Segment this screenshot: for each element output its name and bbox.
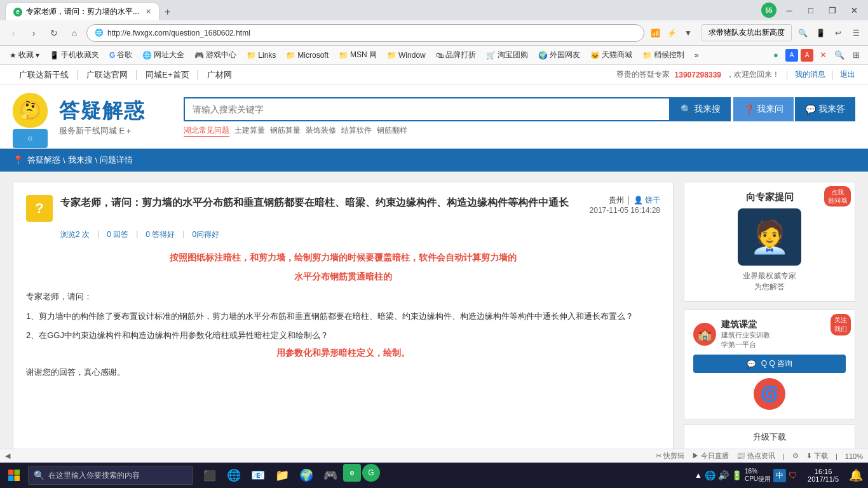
ask-btn[interactable]: ❓ 我来问 — [733, 97, 794, 121]
restore-btn[interactable]: ❐ — [824, 4, 841, 17]
forward-btn[interactable]: › — [25, 25, 42, 41]
logout-btn[interactable]: 退出 — [840, 69, 855, 80]
tray-network[interactable]: 🌐 — [705, 470, 715, 480]
nav-gld-official[interactable]: 广联达官网 — [80, 69, 134, 81]
browser-search-btn[interactable]: 求带猪队友坑出新高度 — [702, 24, 792, 41]
answer-btn[interactable]: 💬 我来答 — [795, 97, 855, 121]
hot-link-civil[interactable]: 土建算量 — [234, 125, 265, 137]
taskbar-app-gld[interactable]: G — [362, 464, 380, 482]
bookmark-more[interactable]: » — [690, 50, 703, 61]
address-bar: ‹ › ↻ ⌂ 🌐 http://e.fwxgx.com/question_16… — [0, 20, 868, 46]
new-tab-btn[interactable]: + — [159, 4, 175, 20]
qq-icon: 💬 — [747, 360, 756, 369]
bookmark-tmall[interactable]: 🐱天猫商城 — [586, 48, 637, 62]
mobile-icon: 📱 — [50, 51, 59, 60]
refresh-btn[interactable]: ↻ — [46, 25, 62, 41]
url-bar[interactable]: 🌐 http://e.fwxgx.com/question_1680602.ht… — [86, 24, 644, 42]
maximize-btn[interactable]: □ — [802, 4, 820, 17]
bookmark-google[interactable]: G 谷歌 — [105, 48, 137, 62]
bookmark-favorites[interactable]: ★ 收藏 ▾ — [5, 48, 44, 62]
quick-edit-icon[interactable]: ✂ 快剪辑 — [656, 451, 684, 461]
question-item-2: 2、在GGJ中约束边缘构件和构造边缘构件用参数化暗柱或异性暗柱定义和绘制么？ — [26, 328, 660, 342]
taskbar-app-green[interactable]: e — [343, 464, 361, 482]
ext-a2[interactable]: A — [801, 49, 813, 62]
taskbar-app-ie[interactable]: 🌍 — [295, 464, 318, 487]
hot-link-hubei[interactable]: 湖北常见问题 — [184, 125, 229, 137]
follow-btn[interactable]: 关注我们 — [831, 314, 851, 336]
bookmark-foreign[interactable]: 🌍外国网友 — [534, 48, 585, 62]
tray-battery[interactable]: 🔋 — [731, 470, 742, 480]
ime-indicator[interactable]: 中 — [773, 469, 786, 482]
nav-gld-new[interactable]: 广联达新干线 — [13, 69, 75, 81]
hot-link-deco[interactable]: 装饰装修 — [306, 125, 336, 137]
hot-news-icon[interactable]: 📰 热点资讯 — [736, 451, 775, 461]
menu-icon[interactable]: ☰ — [849, 26, 863, 40]
nav-gcai[interactable]: 广材网 — [201, 69, 238, 81]
search-submit-btn[interactable]: 🔍 我来搜 — [670, 97, 731, 121]
search-area: 🔍 我来搜 ❓ 我来问 💬 我来答 湖北常见问题 土建算量 钢筋算量 装饰装修 … — [184, 97, 855, 137]
bookmark-msn[interactable]: 📁MSN 网 — [334, 48, 381, 62]
ext-search[interactable]: 🔍 — [832, 48, 846, 62]
browser-search-icon[interactable]: 🔍 — [796, 26, 810, 40]
question-body: 专家老师，请问： 1、剪力墙中的构件除了要布置设计标准的钢筋外，剪力墙的水平分布… — [26, 289, 660, 342]
nav-tongcheng-home[interactable]: 同城E+首页 — [139, 69, 195, 81]
back-btn[interactable]: ‹ — [5, 25, 22, 41]
taskbar-app-explorer[interactable]: 📁 — [271, 464, 294, 487]
live-icon[interactable]: ▶ 今日直播 — [692, 451, 729, 461]
bookmark-mobile[interactable]: 📱 手机收藏夹 — [45, 48, 104, 62]
taskbar-app-mail[interactable]: 📧 — [247, 464, 269, 487]
site-nav-right: 尊贵的答疑专家 13907298339 ，欢迎您回来！ │ 我的消息 │ 退出 — [616, 69, 855, 80]
taskbar-app-game[interactable]: 🎮 — [319, 464, 342, 487]
download-icon[interactable]: ⬇ 下载 — [806, 451, 828, 461]
phone-icon[interactable]: 📱 — [813, 26, 827, 40]
scroll-left[interactable]: ◀ — [5, 452, 10, 460]
minimize-btn[interactable]: ─ — [780, 4, 798, 17]
classroom-sub1: 建筑行业实训教 — [721, 330, 770, 340]
settings-icon[interactable]: ⚙ — [792, 452, 799, 460]
taskbar-app-taskview[interactable]: ⬛ — [198, 464, 221, 487]
answer-highlight: 用参数化和异形暗柱定义，绘制。 — [26, 348, 660, 359]
logo-sub-text: 服务新干线同城 E＋ — [59, 125, 146, 137]
lightning-icon[interactable]: ⚡ — [665, 26, 679, 40]
taskbar-clock[interactable]: 16:16 2017/11/5 — [804, 468, 843, 483]
history-icon[interactable]: ↩ — [831, 26, 845, 40]
breadcrumb-item-1[interactable]: 答疑解惑 — [27, 154, 60, 166]
home-btn[interactable]: ⌂ — [66, 25, 83, 41]
taskbar-search[interactable]: 🔍 在这里输入你要搜索的内容 — [28, 466, 193, 485]
notification-btn[interactable]: 🔔 — [846, 468, 865, 482]
answer-icon: 💬 — [805, 104, 816, 114]
bookmark-taobao[interactable]: 🛒淘宝团购 — [482, 48, 532, 62]
dropdown-icon[interactable]: ▼ — [681, 26, 695, 40]
active-tab[interactable]: e 专家老师，请问：剪力墙的水平... ✕ — [5, 3, 159, 20]
start-button[interactable] — [3, 464, 25, 487]
expert-badge[interactable]: 点我提问哦 — [824, 186, 851, 207]
taskbar-app-edge[interactable]: 🌐 — [222, 464, 245, 487]
my-messages[interactable]: 我的消息 — [795, 69, 825, 80]
hot-link-rebar2[interactable]: 钢筋翻样 — [377, 125, 407, 137]
antivirus-icon[interactable]: 🛡 — [789, 470, 797, 480]
meta-user[interactable]: 饼干 — [645, 196, 660, 205]
search-input[interactable] — [184, 97, 670, 121]
bookmark-window[interactable]: 📁Window — [383, 50, 430, 61]
wifi-icon[interactable]: 📶 — [648, 26, 662, 40]
bookmark-games[interactable]: 🎮 游戏中心 — [190, 48, 241, 62]
close-btn[interactable]: ✕ — [845, 4, 863, 17]
ext-green[interactable]: ● — [769, 48, 783, 62]
hot-link-rebar[interactable]: 钢筋算量 — [270, 125, 301, 137]
bookmark-brand[interactable]: 🛍品牌打折 — [431, 48, 480, 62]
hot-link-software[interactable]: 结算软件 — [341, 125, 372, 137]
tray-volume[interactable]: 🔊 — [718, 470, 729, 480]
ext-x[interactable]: ✕ — [816, 48, 830, 62]
bookmark-microsoft[interactable]: 📁Microsoft — [281, 50, 333, 61]
qq-consult-btn[interactable]: 💬 Q Q 咨询 — [693, 355, 846, 373]
breadcrumb-item-2[interactable]: 我来搜 — [68, 154, 93, 166]
tray-arrow[interactable]: ▲ — [695, 471, 702, 480]
bookmark-links[interactable]: 📁Links — [242, 50, 280, 61]
bookmark-control[interactable]: 📁稍候控制 — [638, 48, 689, 62]
tab-close-btn[interactable]: ✕ — [146, 8, 151, 16]
meta-province: 贵州 — [609, 196, 624, 205]
ext-a1[interactable]: A — [785, 49, 798, 62]
ext-grid[interactable]: ⊞ — [849, 48, 863, 62]
location-icon: 📍 — [13, 155, 24, 165]
bookmark-nav[interactable]: 🌐 网址大全 — [138, 48, 189, 62]
